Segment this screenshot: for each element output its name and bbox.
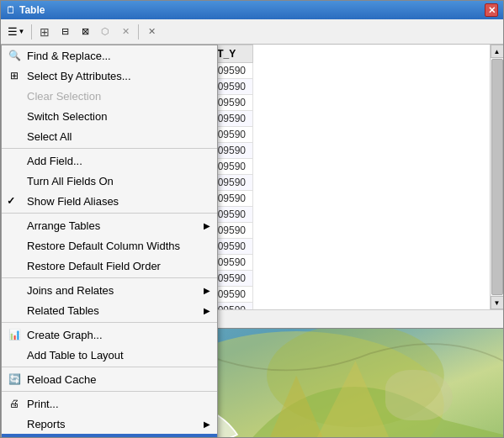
menu-separator bbox=[2, 213, 217, 214]
find-replace-icon: 🔍 bbox=[7, 48, 22, 63]
print-icon: 🖨 bbox=[7, 396, 22, 411]
toolbar-sep-2 bbox=[138, 24, 139, 40]
context-menu: 🔍Find & Replace...⊞Select By Attributes.… bbox=[1, 45, 218, 437]
menu-item-find-replace[interactable]: 🔍Find & Replace... bbox=[2, 45, 217, 66]
table-window: 🗒 Table ✕ ☰ ▼ ⊞ ⊟ ⊠ ⬡ ✕ ✕ bbox=[0, 0, 504, 438]
switch-selection-label: Switch Selection bbox=[27, 110, 107, 123]
close-window-button[interactable]: ✕ bbox=[485, 3, 498, 17]
find-replace-label: Find & Replace... bbox=[27, 50, 111, 62]
menu-item-restore-column-widths[interactable]: Restore Default Column Widths bbox=[2, 235, 217, 256]
scroll-thumb[interactable] bbox=[491, 59, 503, 295]
toolbar-select-by-attr-btn[interactable]: ⊞ bbox=[35, 23, 54, 41]
select-by-attr-label: Select By Attributes... bbox=[27, 70, 131, 82]
create-graph-icon: 📊 bbox=[7, 327, 22, 342]
menu-item-add-table-to-layout[interactable]: Add Table to Layout bbox=[2, 345, 217, 365]
reload-cache-label: Reload Cache bbox=[27, 373, 96, 386]
related-tables-label: Related Tables bbox=[27, 304, 99, 317]
menu-item-select-by-attr[interactable]: ⊞Select By Attributes... bbox=[2, 66, 217, 86]
create-graph-label: Create Graph... bbox=[27, 329, 103, 341]
menu-item-joins-relates[interactable]: Joins and Relates▶ bbox=[2, 280, 217, 300]
vertical-scrollbar[interactable]: ▲ ▼ bbox=[490, 45, 503, 309]
menu-item-restore-field-order[interactable]: Restore Default Field Order bbox=[2, 256, 217, 276]
menu-separator bbox=[2, 148, 217, 149]
menu-item-turn-all-fields-on[interactable]: Turn All Fields On bbox=[2, 171, 217, 191]
btn5-icon: ✕ bbox=[122, 26, 130, 37]
toolbar-btn4[interactable]: ⬡ bbox=[96, 23, 114, 41]
print-label: Print... bbox=[27, 398, 59, 410]
window-icon: 🗒 bbox=[6, 4, 16, 16]
menu-item-export[interactable]: Export... bbox=[2, 434, 217, 437]
clear-selection-label: Clear Selection bbox=[27, 90, 101, 103]
menu-item-arrange-tables[interactable]: Arrange Tables▶ bbox=[2, 215, 217, 235]
toolbar-select-btn3[interactable]: ⊠ bbox=[76, 23, 94, 41]
related-tables-submenu-arrow: ▶ bbox=[204, 306, 210, 315]
reports-label: Reports bbox=[27, 418, 66, 430]
select-all-label: Select All bbox=[27, 130, 72, 143]
checkmark-icon: ✓ bbox=[7, 195, 15, 207]
btn4-icon: ⬡ bbox=[101, 26, 109, 37]
toolbar-sep-1 bbox=[31, 24, 32, 40]
scroll-down-btn[interactable]: ▼ bbox=[491, 296, 504, 309]
menu-item-select-all[interactable]: Select All bbox=[2, 126, 217, 146]
close-table-icon: ✕ bbox=[148, 26, 156, 37]
reload-cache-icon: 🔄 bbox=[7, 372, 22, 387]
menu-item-switch-selection[interactable]: Switch Selection bbox=[2, 106, 217, 126]
select-by-attr-icon: ⊞ bbox=[7, 68, 22, 83]
menu-item-print[interactable]: 🖨Print... bbox=[2, 393, 217, 414]
toolbar-select-btn2[interactable]: ⊟ bbox=[56, 23, 74, 41]
turn-all-fields-on-label: Turn All Fields On bbox=[27, 175, 114, 187]
menu-item-add-field[interactable]: Add Field... bbox=[2, 150, 217, 171]
select-icon3: ⊠ bbox=[82, 26, 89, 37]
restore-column-widths-label: Restore Default Column Widths bbox=[27, 240, 180, 252]
scroll-up-btn[interactable]: ▲ bbox=[491, 45, 504, 58]
arrange-tables-label: Arrange Tables bbox=[27, 219, 100, 232]
add-field-label: Add Field... bbox=[27, 155, 82, 167]
show-field-aliases-label: Show Field Aliases bbox=[27, 195, 119, 208]
menu-item-clear-selection: Clear Selection bbox=[2, 86, 217, 106]
joins-relates-label: Joins and Relates bbox=[27, 284, 114, 297]
menu-separator bbox=[2, 367, 217, 367]
title-bar: 🗒 Table ✕ bbox=[1, 1, 503, 19]
add-table-to-layout-label: Add Table to Layout bbox=[27, 349, 124, 361]
joins-relates-submenu-arrow: ▶ bbox=[204, 286, 210, 295]
options-dropdown-btn[interactable]: ☰ ▼ bbox=[4, 23, 28, 41]
menu-separator bbox=[2, 322, 217, 323]
menu-item-related-tables[interactable]: Related Tables▶ bbox=[2, 300, 217, 320]
title-bar-left: 🗒 Table bbox=[6, 4, 45, 16]
toolbar: ☰ ▼ ⊞ ⊟ ⊠ ⬡ ✕ ✕ bbox=[1, 19, 503, 45]
menu-separator bbox=[2, 277, 217, 278]
select-attr-icon: ⊞ bbox=[40, 25, 50, 39]
options-dropdown-arrow: ▼ bbox=[19, 28, 25, 35]
reports-submenu-arrow: ▶ bbox=[204, 420, 210, 429]
arrange-tables-submenu-arrow: ▶ bbox=[204, 221, 210, 230]
options-icon: ☰ bbox=[8, 25, 18, 38]
restore-field-order-label: Restore Default Field Order bbox=[27, 260, 161, 272]
menu-item-create-graph[interactable]: 📊Create Graph... bbox=[2, 325, 217, 345]
menu-item-reload-cache[interactable]: 🔄Reload Cache bbox=[2, 369, 217, 389]
menu-separator bbox=[2, 391, 217, 392]
toolbar-close-table-btn[interactable]: ✕ bbox=[142, 23, 161, 41]
toolbar-btn5[interactable]: ✕ bbox=[116, 23, 135, 41]
menu-item-reports[interactable]: Reports▶ bbox=[2, 414, 217, 434]
menu-item-show-field-aliases[interactable]: ✓Show Field Aliases bbox=[2, 191, 217, 211]
select-icon2: ⊟ bbox=[61, 26, 69, 37]
window-title: Table bbox=[19, 4, 45, 16]
